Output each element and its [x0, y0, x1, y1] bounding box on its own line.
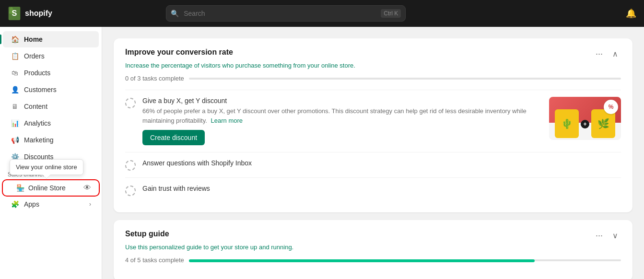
view-store-tooltip: View your online store	[10, 159, 83, 175]
setup-card-more-button[interactable]: ···	[593, 230, 606, 242]
search-shortcut: Ctrl K	[381, 9, 401, 18]
sidebar: 🏠 Home 📋 Orders 🛍 Products 👤 Customers 🖥…	[0, 27, 102, 279]
shopify-logo-icon: S	[8, 7, 21, 20]
conversion-card-subtitle: Increase the percentage of visitors who …	[125, 62, 621, 69]
illus-plus: +	[581, 120, 589, 128]
svg-text:S: S	[12, 9, 17, 17]
conversion-card: Improve your conversion rate ··· ∧ Incre…	[114, 38, 632, 212]
sidebar-item-online-store[interactable]: 🏪 Online Store 👁	[3, 180, 99, 196]
content-icon: 🖥	[11, 102, 19, 111]
setup-card-collapse-button[interactable]: ∨	[609, 230, 621, 241]
conversion-progress-row: 0 of 3 tasks complete	[125, 75, 621, 82]
sidebar-item-apps[interactable]: 🧩 Apps ›	[3, 196, 99, 212]
topbar-right: 🔔	[626, 8, 636, 19]
sidebar-item-home[interactable]: 🏠 Home	[3, 31, 99, 47]
task1-desc: 66% of people prefer a buy X, get Y disc…	[142, 106, 542, 125]
sidebar-item-analytics[interactable]: 📊 Analytics	[3, 115, 99, 131]
task-shopify-inbox: Answer questions with Shopify Inbox	[125, 152, 621, 177]
setup-progress-row: 4 of 5 tasks complete	[125, 256, 621, 264]
illus-discount-badge: %	[604, 100, 618, 114]
home-icon: 🏠	[11, 35, 19, 44]
sidebar-home-label: Home	[24, 35, 43, 43]
task-buy-x-get-y: Give a buy X, get Y discount 66% of peop…	[125, 90, 621, 152]
task2-circle	[125, 160, 136, 171]
task3-title: Gain trust with reviews	[142, 185, 621, 192]
conversion-card-title: Improve your conversion rate	[125, 48, 233, 57]
customers-icon: 👤	[11, 85, 19, 94]
create-discount-button[interactable]: Create discount	[142, 130, 205, 145]
conversion-card-more-button[interactable]: ···	[593, 48, 606, 60]
buy-x-get-y-illustration: 🌵 + 🌿 %	[549, 97, 621, 140]
task1-content: Give a buy X, get Y discount 66% of peop…	[142, 97, 542, 145]
sidebar-products-label: Products	[24, 69, 50, 77]
setup-progress-bar	[189, 259, 535, 262]
tooltip-arrow	[43, 174, 50, 178]
tooltip-text: View your online store	[16, 163, 77, 171]
sidebar-apps-label: Apps	[24, 200, 39, 208]
notification-bell-icon[interactable]: 🔔	[626, 8, 636, 19]
main-content: Improve your conversion rate ··· ∧ Incre…	[102, 27, 644, 279]
sidebar-online-store-label: Online Store	[28, 184, 66, 192]
task3-content: Gain trust with reviews	[142, 185, 621, 194]
setup-card-subtitle: Use this personalized guide to get your …	[125, 244, 621, 251]
eye-icon[interactable]: 👁	[83, 184, 91, 192]
sidebar-item-customers[interactable]: 👤 Customers	[3, 81, 99, 98]
task2-content: Answer questions with Shopify Inbox	[142, 159, 621, 169]
sidebar-orders-label: Orders	[24, 52, 45, 60]
products-icon: 🛍	[11, 69, 19, 77]
apps-left: 🧩 Apps	[11, 200, 39, 209]
sidebar-item-products[interactable]: 🛍 Products	[3, 65, 99, 81]
task1-desc-text: 66% of people prefer a buy X, get Y disc…	[142, 107, 527, 124]
setup-progress-label: 4 of 5 tasks complete	[125, 256, 184, 264]
task1-circle	[125, 98, 136, 108]
task1-title: Give a buy X, get Y discount	[142, 97, 542, 105]
setup-guide-card: Setup guide ··· ∨ Use this personalized …	[114, 220, 632, 279]
conversion-card-actions: ··· ∧	[593, 48, 621, 60]
sidebar-content-label: Content	[24, 103, 47, 110]
apps-icon: 🧩	[11, 200, 19, 209]
logo: S shopify	[8, 7, 52, 20]
online-store-container: 🏪 Online Store 👁 View your online store	[0, 180, 102, 196]
analytics-icon: 📊	[11, 119, 19, 128]
apps-chevron-icon: ›	[89, 201, 91, 208]
sidebar-marketing-label: Marketing	[24, 136, 53, 144]
conversion-progress-label: 0 of 3 tasks complete	[125, 75, 184, 82]
search-icon: 🔍	[171, 10, 179, 17]
sidebar-item-content[interactable]: 🖥 Content	[3, 98, 99, 115]
orders-icon: 📋	[11, 52, 19, 60]
setup-card-actions: ··· ∨	[593, 230, 621, 242]
marketing-icon: 📢	[11, 136, 19, 144]
sidebar-item-orders[interactable]: 📋 Orders	[3, 48, 99, 64]
setup-progress-bar-wrap	[189, 259, 621, 261]
setup-card-header: Setup guide ··· ∨	[125, 230, 621, 242]
online-store-left: 🏪 Online Store	[16, 184, 66, 192]
setup-card-title: Setup guide	[125, 230, 169, 238]
conversion-progress-bar-wrap	[189, 78, 621, 80]
task2-title: Answer questions with Shopify Inbox	[142, 159, 621, 167]
task-gain-trust: Gain trust with reviews	[125, 177, 621, 203]
search-input[interactable]	[166, 5, 406, 22]
sidebar-customers-label: Customers	[24, 86, 57, 93]
task1-illustration: 🌵 + 🌿 %	[549, 97, 621, 140]
sidebar-analytics-label: Analytics	[24, 119, 51, 127]
conversion-card-header: Improve your conversion rate ··· ∧	[125, 48, 621, 60]
conversion-card-collapse-button[interactable]: ∧	[609, 48, 621, 59]
search-bar[interactable]: 🔍 Ctrl K	[166, 5, 406, 22]
illus-card-left: 🌵	[555, 109, 579, 138]
online-store-icon: 🏪	[16, 184, 24, 192]
sidebar-item-marketing[interactable]: 📢 Marketing	[3, 132, 99, 148]
task1-learn-more-link[interactable]: Learn more	[211, 117, 243, 124]
shopify-wordmark: shopify	[25, 9, 52, 18]
topbar: S shopify 🔍 Ctrl K 🔔	[0, 0, 644, 27]
task3-circle	[125, 186, 136, 196]
